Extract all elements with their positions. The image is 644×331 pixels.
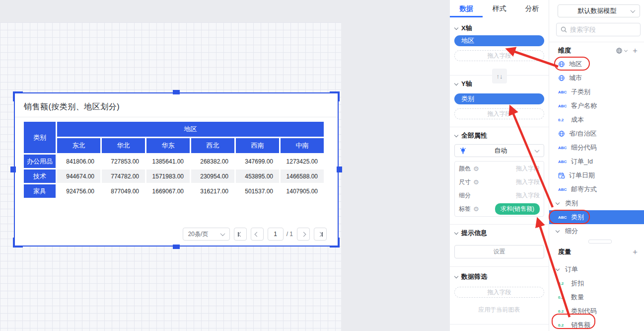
table-cell: 924756.00 <box>57 184 100 198</box>
number-icon: 0.2 <box>558 281 567 286</box>
dimension-item-customer-name[interactable]: ABC 客户名称 <box>549 99 644 113</box>
add-measure-button[interactable]: ＋ <box>631 247 639 257</box>
annotation-box-category <box>549 210 590 224</box>
table-cell: 1385641.00 <box>146 155 190 168</box>
chevron-down-icon <box>220 231 225 236</box>
attr-mode-select[interactable]: 自动 <box>454 144 544 157</box>
dimension-item-ship-mode[interactable]: ABC 邮寄方式 <box>549 182 644 196</box>
selection-handle-top[interactable] <box>173 90 180 94</box>
selection-corner-top-right[interactable] <box>330 91 340 101</box>
tooltip-settings-button[interactable]: 设置 <box>454 245 544 258</box>
data-filter-section-header[interactable]: 数据筛选 <box>455 271 545 283</box>
first-page-button[interactable] <box>234 228 247 241</box>
page-size-select[interactable]: 20条/页 <box>183 228 230 241</box>
size-attr-row[interactable]: 尺寸 ⚙ 拖入字段 <box>459 175 540 189</box>
swap-axes-button[interactable]: ↑↓ <box>492 69 507 83</box>
data-model-select[interactable]: 默认数据模型 <box>558 4 640 17</box>
section-divider <box>450 324 549 325</box>
x-axis-section-header[interactable]: X轴 <box>455 22 545 34</box>
selection-handle-bottom[interactable] <box>173 245 180 249</box>
measure-item-discount[interactable]: 0.2 折扣 <box>549 276 644 290</box>
chevron-left-icon <box>238 232 243 237</box>
number-icon: 0.2 <box>558 309 567 314</box>
column-header: 西北 <box>191 138 234 153</box>
selection-corner-bottom-left[interactable] <box>13 238 23 248</box>
chart-title: 销售额(按类别、地区划分) <box>15 93 338 117</box>
color-dropzone[interactable]: 拖入字段 <box>516 165 540 173</box>
x-axis-field-chip[interactable]: 地区 <box>454 35 544 46</box>
measure-item-quantity[interactable]: 0.2 数量 <box>549 290 644 304</box>
label-attr-row[interactable]: 标签 ⚙ 求和(销售额) <box>459 202 540 216</box>
last-page-button[interactable] <box>314 228 327 241</box>
title-divider <box>15 117 338 117</box>
selection-corner-top-left[interactable] <box>13 91 23 101</box>
search-input[interactable] <box>570 26 630 33</box>
y-axis-field-chip[interactable]: 类别 <box>454 93 544 104</box>
dimension-item-subcategory[interactable]: ABC 子类别 <box>549 85 644 99</box>
annotation-box-region <box>554 57 590 71</box>
field-search[interactable] <box>556 23 641 36</box>
dimension-group-category[interactable]: 类别 <box>549 196 644 210</box>
measure-group-order[interactable]: 订单 <box>549 262 644 276</box>
size-dropzone[interactable]: 拖入字段 <box>516 178 540 186</box>
column-header: 中南 <box>281 138 324 153</box>
table-row: 技术 944674.00 774782.00 1571983.00 230954… <box>24 169 324 183</box>
filter-scope-note: 应用于当前图表 <box>450 306 549 314</box>
config-tabs: 数据 样式 分析 <box>450 0 549 17</box>
selection-corner-bottom-right[interactable] <box>330 238 340 248</box>
tab-style[interactable]: 样式 <box>483 4 515 13</box>
label-attr-label: 标签 <box>459 205 471 213</box>
color-attr-label: 颜色 <box>459 165 471 173</box>
dimension-item-segment-code[interactable]: ABC 细分代码 <box>549 141 644 155</box>
tooltip-section-header[interactable]: 提示信息 <box>455 227 545 239</box>
selection-handle-right[interactable] <box>337 166 342 172</box>
subdivide-dropzone[interactable]: 拖入字段 <box>516 191 540 200</box>
label-field-chip[interactable]: 求和(销售额) <box>495 203 540 215</box>
dimension-item-order-date[interactable]: 订单日期 <box>549 168 644 182</box>
row-header: 家具 <box>24 184 56 198</box>
table-cell: 501537.00 <box>236 184 279 198</box>
dimension-item-city[interactable]: 城市 <box>549 71 644 85</box>
table-row: 家具 924756.00 877049.00 1669067.00 316217… <box>24 184 324 198</box>
number-icon: 0.2 <box>558 295 567 300</box>
workspace-background: 销售额(按类别、地区划分) 类别 地区 东北 华北 华东 西北 西南 中南 办公… <box>0 0 450 331</box>
chevron-down-icon <box>556 266 560 270</box>
chevron-down-icon <box>454 25 458 29</box>
dimension-item-province[interactable]: 省/自治区 <box>549 127 644 141</box>
page-size-label: 20条/页 <box>188 230 209 239</box>
dimension-item-cost[interactable]: 0.2 成本 <box>549 113 644 127</box>
text-abc-icon: ABC <box>558 90 567 94</box>
subdivide-attr-row[interactable]: 细分 拖入字段 <box>459 189 540 202</box>
dimension-item-order-id[interactable]: ABC 订单_Id <box>549 155 644 168</box>
gear-icon[interactable]: ⚙ <box>473 178 479 186</box>
tab-analysis[interactable]: 分析 <box>516 4 549 13</box>
dimension-group-segment[interactable]: 细分 <box>549 224 644 238</box>
gear-icon[interactable]: ⚙ <box>473 205 479 213</box>
page-number-input[interactable] <box>268 228 284 241</box>
section-divider <box>450 127 549 127</box>
measures-title: 度量 <box>558 248 571 256</box>
text-abc-icon: ABC <box>558 146 567 150</box>
x-axis-dropzone[interactable]: 拖入字段 <box>454 50 544 61</box>
y-axis-dropzone[interactable]: 拖入字段 <box>454 108 544 119</box>
tab-data[interactable]: 数据 <box>450 4 483 13</box>
add-dimension-button[interactable]: ＋ <box>631 46 639 56</box>
column-header: 华东 <box>146 138 190 153</box>
dimension-view-switch[interactable] <box>616 47 627 54</box>
selection-handle-left[interactable] <box>10 166 16 172</box>
gear-icon[interactable]: ⚙ <box>473 165 479 172</box>
data-model-value: 默认数据模型 <box>563 6 631 15</box>
bi-designer-page: 销售额(按类别、地区划分) 类别 地区 东北 华北 华东 西北 西南 中南 办公… <box>0 0 644 331</box>
filter-dropzone[interactable]: 拖入字段 <box>454 287 544 298</box>
row-header: 技术 <box>24 169 56 183</box>
tooltip-title: 提示信息 <box>461 229 487 238</box>
number-icon: 0.2 <box>558 118 567 122</box>
chart-widget[interactable]: 销售额(按类别、地区划分) 类别 地区 东北 华北 华东 西北 西南 中南 办公… <box>14 92 339 247</box>
prev-page-button[interactable] <box>251 228 264 241</box>
color-attr-row[interactable]: 颜色 ⚙ 拖入字段 <box>459 162 540 175</box>
table-cell: 877049.00 <box>102 184 145 198</box>
chevron-down-icon <box>624 48 628 52</box>
all-attributes-section-header[interactable]: 全部属性 <box>455 130 545 142</box>
next-page-button[interactable] <box>297 228 310 241</box>
section-divider <box>450 224 549 225</box>
